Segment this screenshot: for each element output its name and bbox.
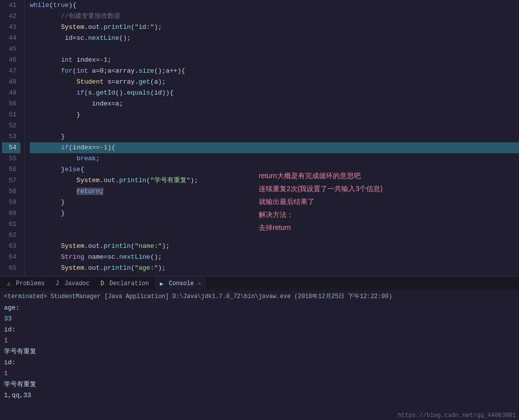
line-number: 41	[2, 0, 20, 11]
line-number: 48	[2, 77, 20, 88]
problems-tab-icon: ⚠	[7, 280, 14, 287]
declaration-tab-icon: D	[101, 280, 107, 287]
line-number: 56	[2, 164, 20, 175]
line-number: 63	[2, 241, 20, 252]
line-number: 46	[2, 55, 20, 66]
code-line: if(s.getId().equals(id)){	[30, 88, 519, 99]
code-line	[30, 120, 519, 131]
javadoc-tab-label: Javadoc	[65, 280, 90, 287]
console-output-line: 学号有重复	[4, 379, 515, 390]
line-number: 47	[2, 66, 20, 77]
console-output-line: 1	[4, 335, 515, 346]
line-number: 57	[2, 175, 20, 186]
code-line: }	[30, 197, 519, 208]
line-number: 51	[2, 109, 20, 120]
javadoc-tab-icon: J	[56, 280, 63, 287]
code-line	[30, 44, 519, 55]
console-output-line: id:	[4, 357, 515, 368]
line-number: 43	[2, 22, 20, 33]
code-line: return;	[30, 186, 519, 197]
code-line: }	[30, 109, 519, 120]
line-number: 44	[2, 33, 20, 44]
line-number: 52	[2, 120, 20, 131]
code-line: String name=sc.nextLine();	[30, 252, 519, 263]
code-line: while(true){	[30, 0, 519, 11]
tab-declaration[interactable]: DDeclaration	[96, 278, 154, 290]
code-line: id=sc.nextLine();	[30, 33, 519, 44]
code-line: }else{	[30, 164, 519, 175]
line-number: 60	[2, 208, 20, 219]
line-number: 65	[2, 263, 20, 274]
code-line	[30, 230, 519, 241]
code-line: //创建变量接收数据	[30, 11, 519, 22]
line-number: 50	[2, 99, 20, 109]
console-tab-icon: ▶	[160, 280, 167, 287]
code-content[interactable]: while(true){ //创建变量接收数据 System.out.print…	[25, 0, 519, 276]
console-tab-label: Console	[169, 280, 194, 287]
console-output-line: 1	[4, 368, 515, 379]
line-number: 53	[2, 131, 20, 142]
code-line: if(index==-1){	[30, 142, 519, 153]
code-line: System.out.println("id:");	[30, 22, 519, 33]
declaration-tab-label: Declaration	[109, 280, 149, 287]
line-number: 55	[2, 153, 20, 164]
code-line: System.out.println("学号有重复");	[30, 175, 519, 186]
line-number: 54	[2, 142, 20, 153]
code-line: break;	[30, 153, 519, 164]
line-number: 61	[2, 219, 20, 230]
code-line: }	[30, 131, 519, 142]
code-line: for(int a=0;a<array.size();a++){	[30, 66, 519, 77]
code-line: index=a;	[30, 99, 519, 109]
line-number: 49	[2, 88, 20, 99]
line-number: 45	[2, 44, 20, 55]
line-number: 64	[2, 252, 20, 263]
line-number: 58	[2, 186, 20, 197]
line-numbers: 4142434445464748495051525354555657585960…	[0, 0, 25, 276]
tab-console[interactable]: ▶Console✕	[155, 278, 206, 290]
line-number: 42	[2, 11, 20, 22]
code-line	[30, 219, 519, 230]
console-tab-close[interactable]: ✕	[198, 280, 202, 287]
console-output-line: age:	[4, 303, 515, 314]
code-line: }	[30, 208, 519, 219]
console-area: <terminated> StudentManager [Java Applic…	[0, 290, 519, 418]
console-output-line: id:	[4, 324, 515, 335]
console-output-line: 1,qq,33	[4, 390, 515, 401]
tab-problems[interactable]: ⚠Problems	[2, 278, 50, 290]
console-terminated-line: <terminated> StudentManager [Java Applic…	[4, 292, 515, 301]
code-line: int index=-1;	[30, 55, 519, 66]
code-editor: 4142434445464748495051525354555657585960…	[0, 0, 519, 276]
code-line: Student s=array.get(a);	[30, 77, 519, 88]
console-output-line: 学号有重复	[4, 346, 515, 357]
line-number: 62	[2, 230, 20, 241]
footer-watermark: https://blog.csdn.net/qq_44063001	[395, 411, 519, 420]
console-output-line: 33	[4, 314, 515, 324]
tab-javadoc[interactable]: JJavadoc	[51, 278, 95, 290]
code-line: System.out.println("age:");	[30, 263, 519, 274]
bottom-tabs: ⚠ProblemsJJavadocDDeclaration▶Console✕	[0, 276, 519, 290]
line-number: 59	[2, 197, 20, 208]
problems-tab-label: Problems	[16, 280, 45, 287]
code-line: System.out.println("name:");	[30, 241, 519, 252]
